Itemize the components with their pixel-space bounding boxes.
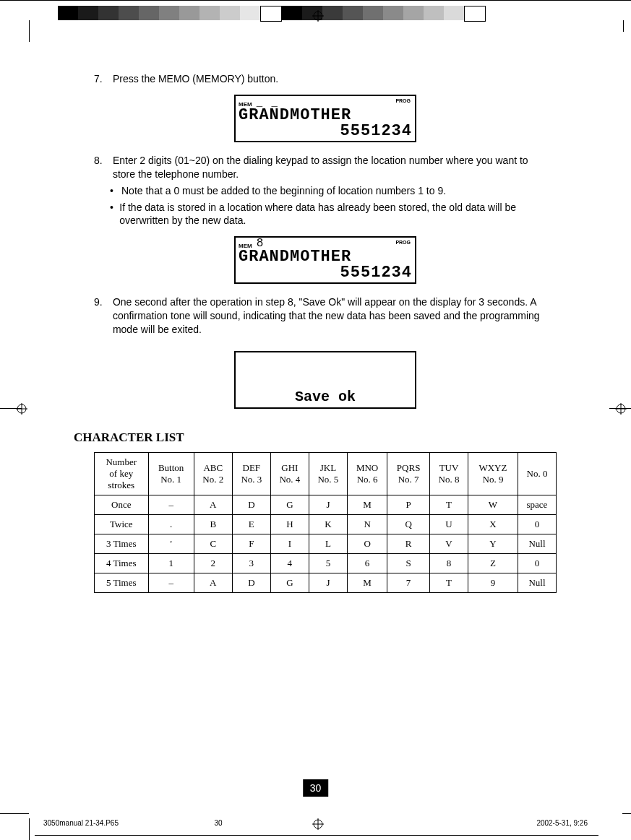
- color-calibration-bar: [58, 6, 486, 22]
- table-cell: P: [387, 495, 430, 515]
- lcd-display: PROG MEM _ _ GRANDMOTHER 5551234: [234, 95, 416, 142]
- lcd-number: 5551234: [239, 124, 412, 139]
- table-cell: 3: [232, 554, 270, 573]
- lcd-display: PROG MEM 8 GRANDMOTHER 5551234: [234, 236, 416, 284]
- registration-mark-icon: [615, 403, 627, 415]
- prog-indicator: PROG: [395, 98, 411, 103]
- table-header-cell: MNONo. 6: [347, 453, 387, 495]
- table-cell: M: [347, 495, 387, 515]
- step-number: 8.: [94, 154, 110, 168]
- table-cell: Y: [468, 534, 518, 554]
- table-cell: 8: [429, 554, 468, 573]
- table-cell: O: [347, 534, 387, 554]
- table-row: 3 Times'CFILORVYNull: [95, 534, 557, 554]
- table-cell: ': [148, 534, 194, 554]
- bullet-text: If the data is stored in a location wher…: [119, 201, 557, 228]
- lcd-name: GRANDMOTHER: [239, 108, 412, 124]
- table-cell: G: [270, 495, 309, 515]
- table-header-cell: TUVNo. 8: [429, 453, 468, 495]
- table-cell: G: [270, 573, 309, 593]
- step-text: One second after the operation in step 8…: [113, 295, 546, 337]
- table-cell: X: [468, 515, 518, 534]
- step-number: 9.: [94, 295, 110, 309]
- lcd-message: Save ok: [295, 390, 356, 404]
- table-cell: S: [387, 554, 430, 573]
- table-cell: Q: [387, 515, 430, 534]
- registration-mark-icon: [16, 403, 27, 415]
- table-cell: A: [194, 573, 232, 593]
- table-cell: B: [194, 515, 232, 534]
- table-cell: 0: [518, 515, 556, 534]
- table-cell: R: [387, 534, 430, 554]
- table-cell: D: [232, 495, 270, 515]
- table-header-cell: ButtonNo. 1: [148, 453, 194, 495]
- table-header-cell: PQRSNo. 7: [387, 453, 430, 495]
- table-header-cell: ABCNo. 2: [194, 453, 232, 495]
- table-cell: L: [309, 534, 347, 554]
- table-cell: J: [309, 495, 347, 515]
- table-cell: J: [309, 573, 347, 593]
- table-cell: C: [194, 534, 232, 554]
- table-cell: –: [148, 573, 194, 593]
- table-cell: F: [232, 534, 270, 554]
- table-cell: N: [347, 515, 387, 534]
- table-cell: U: [429, 515, 468, 534]
- table-cell: Once: [95, 495, 149, 515]
- table-cell: I: [270, 534, 309, 554]
- page-number: 30: [303, 779, 329, 797]
- table-cell: K: [309, 515, 347, 534]
- table-cell: 0: [518, 554, 556, 573]
- step-text: Enter 2 digits (01~20) on the dialing ke…: [113, 154, 546, 181]
- table-cell: 4 Times: [95, 554, 149, 573]
- table-cell: 5 Times: [95, 573, 149, 593]
- lcd-name: GRANDMOTHER: [239, 249, 412, 265]
- table-header-cell: WXYZNo. 9: [468, 453, 518, 495]
- table-header-cell: DEFNo. 3: [232, 453, 270, 495]
- table-cell: Null: [518, 573, 556, 593]
- table-cell: –: [148, 495, 194, 515]
- table-cell: Null: [518, 534, 556, 554]
- table-cell: T: [429, 495, 468, 515]
- table-header-cell: GHINo. 4: [270, 453, 309, 495]
- character-list-table: Numberof keystrokesButtonNo. 1ABCNo. 2DE…: [94, 452, 557, 593]
- bullet-icon: •: [110, 184, 121, 198]
- table-cell: E: [232, 515, 270, 534]
- table-cell: 9: [468, 573, 518, 593]
- table-cell: .: [148, 515, 194, 534]
- table-cell: H: [270, 515, 309, 534]
- table-cell: Z: [468, 554, 518, 573]
- table-header-cell: JKLNo. 5: [309, 453, 347, 495]
- table-cell: 3 Times: [95, 534, 149, 554]
- table-cell: Twice: [95, 515, 149, 534]
- table-cell: 7: [387, 573, 430, 593]
- prog-indicator: PROG: [395, 240, 411, 245]
- table-row: Once–ADGJMPTWspace: [95, 495, 557, 515]
- table-cell: 5: [309, 554, 347, 573]
- bullet-text: Note that a 0 must be added to the begin…: [121, 184, 446, 198]
- table-cell: T: [429, 573, 468, 593]
- table-cell: V: [429, 534, 468, 554]
- table-cell: D: [232, 573, 270, 593]
- table-row: 4 Times123456S8Z0: [95, 554, 557, 573]
- table-row: 5 Times–ADGJM7T9Null: [95, 573, 557, 593]
- step-number: 7.: [94, 72, 110, 86]
- section-heading: CHARACTER LIST: [74, 430, 557, 445]
- table-cell: space: [518, 495, 556, 515]
- table-cell: 2: [194, 554, 232, 573]
- table-row: Twice.BEHKNQUX0: [95, 515, 557, 534]
- step-text: Press the MEMO (MEMORY) button.: [113, 72, 546, 86]
- table-header-cell: Numberof keystrokes: [95, 453, 149, 495]
- table-cell: A: [194, 495, 232, 515]
- table-header-cell: No. 0: [518, 453, 556, 495]
- registration-mark-icon: [312, 10, 324, 22]
- lcd-display: Save ok: [234, 351, 416, 409]
- table-cell: 6: [347, 554, 387, 573]
- table-cell: M: [347, 573, 387, 593]
- bullet-icon: •: [110, 201, 119, 228]
- lcd-number: 5551234: [239, 265, 412, 281]
- table-cell: 1: [148, 554, 194, 573]
- table-cell: 4: [270, 554, 309, 573]
- table-cell: W: [468, 495, 518, 515]
